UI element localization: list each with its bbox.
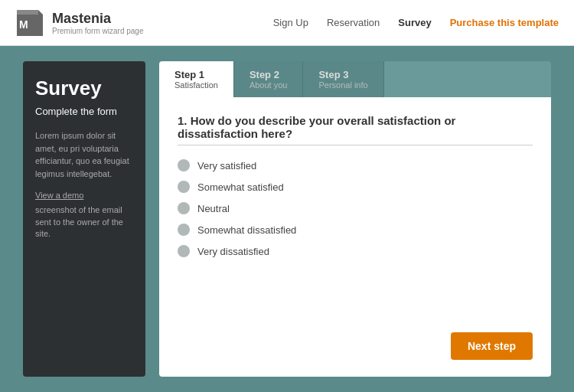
nav-signup[interactable]: Sign Up xyxy=(273,17,308,28)
radio-opt5[interactable] xyxy=(178,245,190,257)
logo-text: Mastenia Premium form wizard page xyxy=(52,11,143,35)
tab-step3[interactable]: Step 3 Personal info xyxy=(303,61,383,97)
sidebar-title: Survey xyxy=(35,77,133,100)
sidebar-body-text: Lorem ipsum dolor sit amet, eu pri volup… xyxy=(35,129,133,180)
svg-text:M: M xyxy=(19,18,28,31)
list-item[interactable]: Very dissatisfied xyxy=(178,245,533,257)
logo-icon: M xyxy=(15,8,44,38)
main-nav: Sign Up Reservation Survey Purchase this… xyxy=(273,17,559,28)
step2-name: About you xyxy=(249,80,288,90)
step3-num: Step 3 xyxy=(318,69,367,80)
header: M Mastenia Premium form wizard page Sign… xyxy=(0,0,574,46)
option-label-3: Neutral xyxy=(197,203,230,214)
nav-reservation[interactable]: Reservation xyxy=(327,17,380,28)
question-title: 1. How do you describe your overall sati… xyxy=(178,114,533,140)
option-label-2: Somewhat satisfied xyxy=(197,181,284,193)
step1-num: Step 1 xyxy=(174,69,218,80)
tab-step2[interactable]: Step 2 About you xyxy=(234,61,304,97)
radio-opt2[interactable] xyxy=(178,181,190,193)
form-footer: Next step xyxy=(178,323,533,360)
sidebar-link-desc: screenshot of the email sent to the owne… xyxy=(35,204,133,240)
option-label-4: Somewhat dissatisfied xyxy=(197,224,296,236)
nav-purchase[interactable]: Purchase this template xyxy=(450,17,559,28)
logo-area: M Mastenia Premium form wizard page xyxy=(15,8,273,38)
radio-opt4[interactable] xyxy=(178,224,190,236)
logo-title: Mastenia xyxy=(52,11,143,27)
option-label-1: Very satisfied xyxy=(197,160,256,172)
sidebar-subtitle: Complete the form xyxy=(35,105,133,119)
next-step-button[interactable]: Next step xyxy=(451,332,533,360)
svg-marker-1 xyxy=(17,10,38,15)
list-item[interactable]: Very satisfied xyxy=(178,159,533,172)
step1-name: Satisfaction xyxy=(174,80,218,90)
step2-num: Step 2 xyxy=(249,69,288,80)
options-list: Very satisfied Somewhat satisfied Neutra… xyxy=(178,159,533,323)
radio-opt3[interactable] xyxy=(178,202,190,214)
list-item[interactable]: Somewhat satisfied xyxy=(178,181,533,193)
form-panel: Step 1 Satisfaction Step 2 About you Ste… xyxy=(159,61,551,377)
logo-subtitle: Premium form wizard page xyxy=(52,27,143,35)
list-item[interactable]: Neutral xyxy=(178,202,533,214)
radio-opt1[interactable] xyxy=(178,159,190,172)
steps-tabs: Step 1 Satisfaction Step 2 About you Ste… xyxy=(159,61,551,97)
option-label-5: Very dissatisfied xyxy=(197,246,269,257)
question-divider xyxy=(178,145,533,145)
nav-survey[interactable]: Survey xyxy=(398,17,431,28)
step3-name: Personal info xyxy=(318,80,367,90)
list-item[interactable]: Somewhat dissatisfied xyxy=(178,224,533,236)
tab-step1[interactable]: Step 1 Satisfaction xyxy=(159,61,234,97)
form-content: 1. How do you describe your overall sati… xyxy=(159,97,551,377)
main-content: Survey Complete the form Lorem ipsum dol… xyxy=(0,46,574,392)
view-demo-link[interactable]: View a demo xyxy=(35,191,133,200)
sidebar: Survey Complete the form Lorem ipsum dol… xyxy=(23,61,145,377)
